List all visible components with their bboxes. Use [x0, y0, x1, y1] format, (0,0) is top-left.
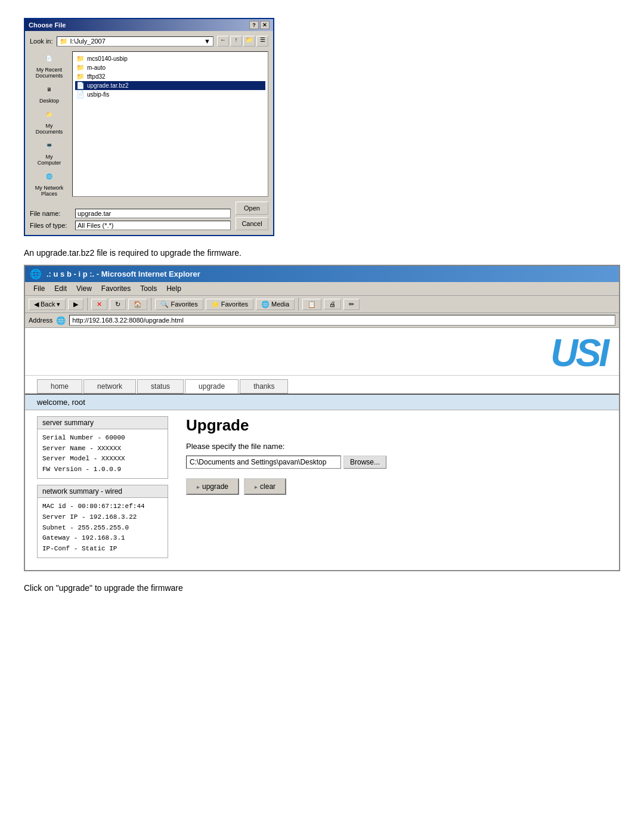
my-computer-icon: 💻 — [41, 138, 58, 153]
dialog-title: Choose File — [29, 21, 66, 29]
subnet-line: Subnet - 255.255.255.0 — [42, 523, 163, 534]
file-item-mcs[interactable]: 📁 mcs0140-usbip — [75, 54, 265, 63]
usi-welcome: welcome, root — [25, 395, 619, 410]
file-path-input[interactable] — [186, 456, 341, 469]
my-network-icon: 🌐 — [41, 169, 58, 184]
search-label: Favorites — [171, 301, 197, 308]
fw-version-line: FW Version - 1.0.0.9 — [42, 465, 163, 475]
file-icon: 📄 — [76, 82, 85, 89]
file-item-tftpd[interactable]: 📁 tftpd32 — [75, 72, 265, 81]
clear-arrow-icon: ▸ — [255, 484, 258, 490]
filetype-label: Files of type: — [30, 222, 72, 229]
dialog-help-btn[interactable]: ? — [249, 21, 259, 29]
recent-docs-icon: 📄 — [41, 51, 58, 66]
file-name: usbip-fis — [87, 91, 109, 98]
address-input[interactable] — [69, 315, 615, 326]
upgrade-arrow-icon: ▸ — [197, 484, 200, 490]
file-input-row: Browse... — [186, 456, 607, 469]
ie-address-bar: Address 🌐 — [25, 313, 619, 328]
file-icon: 📄 — [76, 91, 85, 98]
sidebar-desktop[interactable]: 🖥 Desktop — [32, 82, 67, 104]
usi-header: USI — [25, 328, 619, 376]
nav-thanks[interactable]: thanks — [240, 379, 288, 394]
upgrade-file-label: Please specify the file name: — [186, 442, 607, 451]
upgrade-btn-label: upgrade — [202, 482, 228, 491]
stop-button[interactable]: ✕ — [91, 299, 107, 310]
ie-menubar: File Edit View Favorites Tools Help — [25, 282, 619, 296]
server-ip-line: Server IP - 192.168.3.22 — [42, 512, 163, 523]
welcome-text: welcome, root — [37, 398, 85, 407]
lookin-row: Look in: 📁 I:\July_2007 ▼ ← ↑ 📁 ☰ — [30, 36, 268, 47]
filename-label: File name: — [30, 210, 72, 217]
refresh-button[interactable]: ↻ — [110, 299, 126, 310]
filetype-input[interactable] — [75, 221, 231, 230]
file-item-usbip[interactable]: 📄 usbip-fis — [75, 90, 265, 99]
sidebar-my-computer[interactable]: 💻 MyComputer — [32, 138, 67, 166]
browse-button[interactable]: Browse... — [343, 456, 386, 469]
up-icon-btn[interactable]: ↑ — [230, 36, 242, 47]
home-button[interactable]: 🏠 — [128, 299, 147, 310]
serial-number-line: Serial Number - 60000 — [42, 433, 163, 444]
open-button[interactable]: Open — [236, 202, 268, 215]
history-button[interactable]: 📋 — [302, 299, 321, 310]
file-item-mauto[interactable]: 📁 m-auto — [75, 63, 265, 72]
network-summary-box: network summary - wired MAC id - 00:80:6… — [37, 485, 168, 558]
view-btn[interactable]: ☰ — [256, 36, 268, 47]
menu-favorites[interactable]: Favorites — [97, 283, 135, 294]
desktop-icon: 🖥 — [41, 82, 58, 97]
dialog-sidebar: 📄 My RecentDocuments 🖥 Desktop 📁 MyDocum… — [30, 51, 69, 197]
menu-help[interactable]: Help — [162, 283, 186, 294]
edit-button[interactable]: ✏ — [343, 299, 360, 310]
file-name: tftpd32 — [87, 73, 106, 80]
my-computer-label: MyComputer — [38, 154, 61, 166]
usi-right-panel: Upgrade Please specify the file name: Br… — [186, 416, 607, 564]
dialog-body: Look in: 📁 I:\July_2007 ▼ ← ↑ 📁 ☰ 📄 My R… — [25, 31, 273, 235]
search-button[interactable]: 🔍 Favorites — [155, 299, 203, 310]
action-buttons-row: ▸ upgrade ▸ clear — [186, 478, 607, 495]
file-list[interactable]: 📁 mcs0140-usbip 📁 m-auto 📁 tftpd32 📄 upg… — [72, 51, 268, 197]
menu-view[interactable]: View — [72, 283, 97, 294]
dialog-fields: File name: Files of type: — [30, 209, 231, 230]
media-button[interactable]: 🌐 Media — [256, 299, 295, 310]
lookin-value: I:\July_2007 — [70, 38, 106, 45]
menu-tools[interactable]: Tools — [135, 283, 162, 294]
new-folder-btn[interactable]: 📁 — [243, 36, 255, 47]
sidebar-my-documents[interactable]: 📁 MyDocuments — [32, 107, 67, 135]
back-arrow-icon: ◀ — [34, 301, 39, 308]
folder-icon: 📁 — [76, 73, 85, 80]
instruction-text-1: An upgrade.tar.bz2 file is required to u… — [24, 248, 620, 258]
network-summary-content: MAC id - 00:80:67:12:ef:44 Server IP - 1… — [38, 498, 168, 558]
file-name: mcs0140-usbip — [87, 55, 128, 62]
back-icon-btn[interactable]: ← — [217, 36, 229, 47]
address-icon: 🌐 — [56, 316, 66, 325]
dialog-bottom: File name: Files of type: Open Cancel — [30, 202, 268, 230]
sidebar-recent-docs[interactable]: 📄 My RecentDocuments — [32, 51, 67, 79]
nav-home[interactable]: home — [37, 379, 82, 394]
favorites-button[interactable]: ⭐ Favorites — [206, 299, 253, 310]
lookin-select[interactable]: 📁 I:\July_2007 ▼ — [57, 36, 213, 47]
back-button[interactable]: ◀ Back ▾ — [29, 299, 66, 310]
instruction-text-2: Click on "upgrade" to upgrade the firmwa… — [24, 583, 620, 593]
ie-browser-window: 🌐 .: u s b - i p :. - Microsoft Internet… — [24, 265, 620, 571]
sidebar-my-network[interactable]: 🌐 My NetworkPlaces — [32, 169, 67, 197]
usi-nav: home network status upgrade thanks — [25, 376, 619, 395]
usi-main: server summary Serial Number - 60000 Ser… — [25, 410, 619, 570]
toolbar-separator-3 — [298, 298, 299, 311]
dialog-titlebar: Choose File ? ✕ — [25, 19, 273, 31]
nav-network[interactable]: network — [83, 379, 136, 394]
filename-input[interactable] — [75, 209, 231, 218]
nav-status[interactable]: status — [137, 379, 184, 394]
print-button[interactable]: 🖨 — [324, 299, 341, 309]
clear-button[interactable]: ▸ clear — [244, 478, 286, 495]
folder-icon: 📁 — [76, 55, 85, 63]
dialog-close-btn[interactable]: ✕ — [260, 21, 270, 29]
upgrade-button[interactable]: ▸ upgrade — [186, 478, 239, 495]
my-documents-label: MyDocuments — [36, 123, 63, 135]
file-item-upgrade[interactable]: 📄 upgrade.tar.bz2 — [75, 81, 265, 90]
menu-file[interactable]: File — [29, 283, 49, 294]
dropdown-arrow: ▼ — [204, 38, 210, 45]
nav-upgrade[interactable]: upgrade — [185, 379, 239, 394]
menu-edit[interactable]: Edit — [49, 283, 72, 294]
forward-button[interactable]: ▶ — [68, 299, 83, 310]
cancel-button[interactable]: Cancel — [236, 217, 268, 230]
